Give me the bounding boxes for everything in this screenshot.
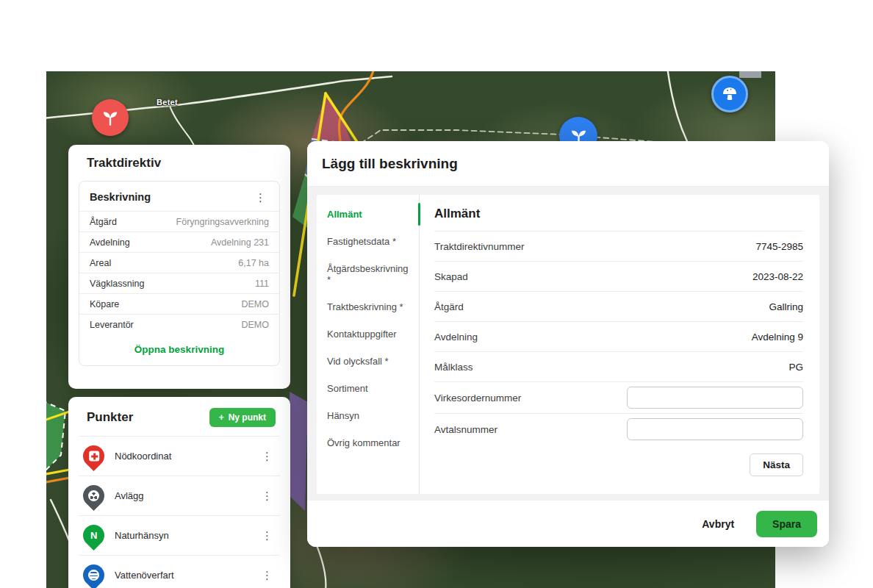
nav-item-sortiment[interactable]: Sortiment xyxy=(317,375,419,402)
row-label: Köpare xyxy=(90,299,119,309)
open-description-link[interactable]: Öppna beskrivning xyxy=(79,334,279,365)
field-label: Avtalsnummer xyxy=(434,424,497,435)
description-card: Beskrivning ⋮ Åtgärd Föryngringsavverkni… xyxy=(79,181,280,366)
row-value: DEMO xyxy=(242,320,270,330)
point-label: Vattenöverfart xyxy=(115,570,174,581)
point-label: Naturhänsyn xyxy=(115,530,169,541)
panel-title: Traktdirektiv xyxy=(68,145,290,179)
field-label: Virkesordernummer xyxy=(434,392,521,404)
description-row: Vägklassning 111 xyxy=(79,273,279,293)
nav-item-traktbeskrivning[interactable]: Traktbeskrivning * xyxy=(317,293,419,320)
new-point-button[interactable]: + Ny punkt xyxy=(209,408,276,427)
kebab-menu-icon[interactable]: ⋮ xyxy=(259,570,276,581)
kebab-menu-icon[interactable]: ⋮ xyxy=(259,530,276,541)
description-row: Areal 6,17 ha xyxy=(79,252,279,273)
virkesordernummer-input[interactable] xyxy=(627,387,803,409)
point-label: Avlägg xyxy=(115,490,144,501)
field-label: Traktdirektivnummer xyxy=(434,241,525,252)
cancel-button[interactable]: Avbryt xyxy=(702,518,734,530)
row-value: 6,17 ha xyxy=(238,258,269,268)
description-row: Leverantör DEMO xyxy=(79,314,279,334)
nav-label: Sortiment xyxy=(327,383,368,394)
row-label: Avdelning xyxy=(90,237,130,248)
map-polygon-purple xyxy=(290,392,308,511)
kebab-menu-icon[interactable]: ⋮ xyxy=(259,451,276,462)
point-list-item-vattenoverfart[interactable]: Vattenöverfart ⋮ xyxy=(79,555,280,588)
field-value: Gallring xyxy=(769,301,803,312)
nav-label: Kontaktuppgifter xyxy=(327,329,397,340)
active-nav-indicator xyxy=(418,203,420,226)
punkter-panel: Punkter + Ny punkt Nödkoordinat ⋮ Avlägg… xyxy=(68,397,290,588)
mushroom-icon xyxy=(721,85,739,103)
nav-label: Åtgärdsbeskrivning * xyxy=(327,263,409,285)
map-building xyxy=(739,71,761,78)
point-list-item-nodkoordinat[interactable]: Nödkoordinat ⋮ xyxy=(79,436,280,476)
nav-label: Vid olycksfall * xyxy=(327,356,389,367)
row-label: Åtgärd xyxy=(90,217,117,227)
form-row: Avtalsnummer xyxy=(434,413,803,445)
emergency-pin-icon xyxy=(79,441,109,471)
field-label: Målklass xyxy=(434,362,473,373)
field-value: Avdelning 9 xyxy=(752,331,803,343)
nav-label: Hänsyn xyxy=(327,410,359,421)
row-label: Vägklassning xyxy=(90,279,144,289)
new-point-label: Ny punkt xyxy=(229,412,266,423)
form-row: Skapad 2023-08-22 xyxy=(434,261,803,291)
plus-icon: + xyxy=(219,412,224,423)
nav-item-allmant[interactable]: Allmänt xyxy=(317,201,419,228)
dialog-form: Allmänt Traktdirektivnummer 7745-2985 Sk… xyxy=(420,195,819,494)
seedling-icon xyxy=(101,108,120,127)
field-label: Åtgärd xyxy=(434,301,464,312)
kebab-menu-icon[interactable]: ⋮ xyxy=(252,192,269,203)
nav-label: Traktbeskrivning * xyxy=(327,301,403,312)
row-value: DEMO xyxy=(242,299,270,309)
form-row: Virkesordernummer xyxy=(434,381,803,413)
mushroom-marker[interactable] xyxy=(711,76,748,112)
section-title: Allmänt xyxy=(434,207,803,221)
description-row: Åtgärd Föryngringsavverkning xyxy=(79,211,279,232)
point-list-item-naturhansyn[interactable]: N Naturhänsyn ⋮ xyxy=(79,515,280,555)
map-road xyxy=(317,545,326,588)
dialog-section-nav: Allmänt Fastighetsdata * Åtgärdsbeskrivn… xyxy=(317,195,420,494)
form-row: Målklass PG xyxy=(434,351,803,381)
nav-item-vid-olycksfall[interactable]: Vid olycksfall * xyxy=(317,348,419,375)
avtalsnummer-input[interactable] xyxy=(627,418,803,440)
nav-label: Övrig kommentar xyxy=(327,437,400,448)
add-description-dialog: Lägg till beskrivning Allmänt Fastighets… xyxy=(307,141,829,547)
form-row: Traktdirektivnummer 7745-2985 xyxy=(434,231,803,261)
description-row: Köpare DEMO xyxy=(79,293,279,314)
field-label: Avdelning xyxy=(434,331,478,343)
dialog-title: Lägg till beskrivning xyxy=(307,141,829,187)
kebab-menu-icon[interactable]: ⋮ xyxy=(259,490,276,501)
row-value: Föryngringsavverkning xyxy=(176,217,269,227)
field-value: 7745-2985 xyxy=(755,241,803,252)
row-value: Avdelning 231 xyxy=(211,237,269,248)
description-row: Avdelning Avdelning 231 xyxy=(79,232,279,252)
description-card-title: Beskrivning xyxy=(90,191,151,203)
nav-item-fastighetsdata[interactable]: Fastighetsdata * xyxy=(317,228,419,255)
field-value: PG xyxy=(788,362,803,373)
map-polygon-green-left xyxy=(46,401,65,474)
app-screen: Betet Traktdirektiv xyxy=(0,0,873,588)
form-row: Åtgärd Gallring xyxy=(434,291,803,321)
nav-label: Fastighetsdata * xyxy=(327,236,396,247)
nav-item-atgardsbeskrivning[interactable]: Åtgärdsbeskrivning * xyxy=(317,255,419,293)
row-value: 111 xyxy=(255,279,269,289)
nav-item-kontaktuppgifter[interactable]: Kontaktuppgifter xyxy=(317,320,419,348)
traktdirektiv-panel: Traktdirektiv Beskrivning ⋮ Åtgärd Föryn… xyxy=(68,145,290,389)
nav-label: Allmänt xyxy=(327,209,362,220)
map-place-label: Betet xyxy=(157,98,178,107)
seedling-marker-red[interactable] xyxy=(92,99,129,136)
point-list-item-avlagg[interactable]: Avlägg ⋮ xyxy=(79,476,280,515)
field-value: 2023-08-22 xyxy=(752,271,803,282)
water-crossing-pin-icon xyxy=(79,560,109,588)
nav-item-hansyn[interactable]: Hänsyn xyxy=(317,402,419,429)
row-label: Areal xyxy=(90,258,111,268)
logs-pin-icon xyxy=(79,481,109,511)
next-button[interactable]: Nästa xyxy=(750,453,803,476)
save-button[interactable]: Spara xyxy=(756,511,817,537)
punkter-title: Punkter xyxy=(87,410,133,425)
nav-item-ovrig-kommentar[interactable]: Övrig kommentar xyxy=(317,429,419,456)
point-label: Nödkoordinat xyxy=(115,451,171,462)
form-row: Avdelning Avdelning 9 xyxy=(434,321,803,351)
